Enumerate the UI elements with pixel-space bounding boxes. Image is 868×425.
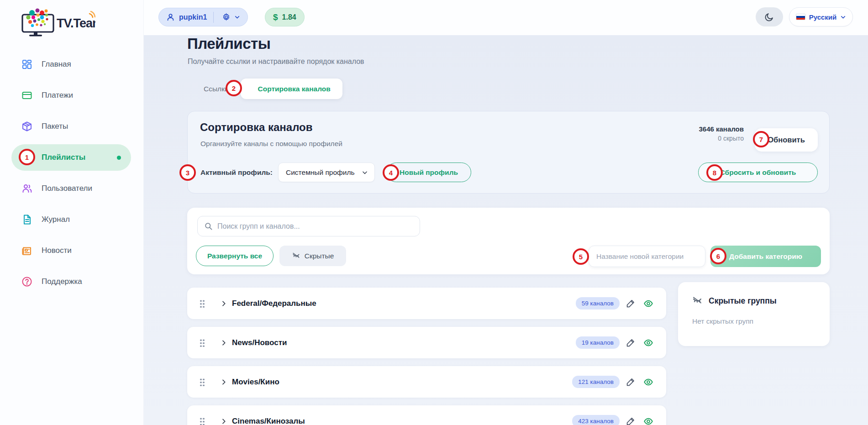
hidden-count: 0 скрыто bbox=[621, 135, 744, 142]
balance-amount: 1.84 bbox=[282, 13, 296, 21]
drag-handle-icon[interactable] bbox=[200, 378, 205, 386]
user-icon bbox=[166, 13, 175, 21]
search-icon bbox=[204, 222, 213, 231]
sidebar: TV.Team Главная Платежи Пакеты Плейлист bbox=[0, 0, 144, 425]
group-name: Federal/Федеральные bbox=[232, 299, 316, 308]
annotation-circle-1: 1 bbox=[19, 149, 35, 165]
moon-icon bbox=[764, 12, 774, 22]
sidebar-item-support[interactable]: Поддержка bbox=[11, 268, 131, 295]
dollar-icon: $ bbox=[273, 12, 278, 22]
dark-mode-toggle[interactable] bbox=[756, 7, 783, 26]
hidden-filter-button[interactable]: Скрытые bbox=[279, 246, 346, 266]
filter-card: Развернуть все Скрытые Добавить категори… bbox=[187, 208, 830, 274]
search-input[interactable] bbox=[217, 222, 413, 231]
channels-total: 3646 каналов bbox=[621, 125, 744, 133]
sidebar-item-label: Главная bbox=[42, 60, 71, 69]
sidebar-item-home[interactable]: Главная bbox=[11, 51, 131, 78]
pencil-icon bbox=[626, 299, 636, 308]
edit-group-button[interactable] bbox=[624, 415, 637, 425]
drag-handle-icon[interactable] bbox=[200, 339, 205, 347]
annotation-circle-8: 8 bbox=[706, 164, 723, 181]
sidebar-item-label: Журнал bbox=[42, 215, 70, 224]
search-box bbox=[197, 216, 420, 236]
expand-all-button[interactable]: Развернуть все bbox=[196, 246, 274, 266]
hidden-filter-label: Скрытые bbox=[305, 252, 334, 260]
hidden-groups-panel: Скрытые группы Нет скрытых групп bbox=[678, 282, 830, 346]
package-icon bbox=[21, 121, 32, 132]
tab-bar: Ссылки Сортировка каналов bbox=[197, 79, 342, 99]
newspaper-icon bbox=[21, 245, 32, 256]
toggle-visibility-button[interactable] bbox=[642, 336, 655, 350]
page-subtitle: Получайте ссылки и настраивайте порядок … bbox=[188, 58, 364, 66]
edit-group-button[interactable] bbox=[624, 375, 637, 389]
chevron-down-icon bbox=[840, 14, 846, 20]
eye-icon bbox=[643, 299, 653, 309]
sidebar-item-label: Новости bbox=[42, 246, 72, 255]
drag-handle-icon[interactable] bbox=[200, 417, 205, 425]
language-selector[interactable]: Русский bbox=[789, 7, 853, 26]
sidebar-item-users[interactable]: Пользователи bbox=[11, 175, 131, 202]
gear-icon bbox=[222, 13, 231, 21]
chevron-right-icon[interactable] bbox=[220, 300, 227, 307]
users-icon bbox=[21, 183, 32, 194]
annotation-circle-4: 4 bbox=[383, 164, 399, 181]
chevron-right-icon[interactable] bbox=[220, 378, 227, 386]
group-row[interactable]: News/Новости 19 каналов bbox=[187, 327, 666, 358]
chevron-down-icon bbox=[362, 169, 368, 176]
sidebar-item-journal[interactable]: Журнал bbox=[11, 206, 131, 233]
sidebar-item-payments[interactable]: Платежи bbox=[11, 82, 131, 109]
sidebar-item-packages[interactable]: Пакеты bbox=[11, 113, 131, 140]
eye-off-icon bbox=[692, 295, 703, 306]
settings-control[interactable] bbox=[219, 11, 243, 23]
user-menu[interactable]: pupkin1 bbox=[158, 8, 248, 26]
active-indicator-dot bbox=[117, 156, 121, 160]
channel-count-badge: 121 каналов bbox=[572, 376, 620, 388]
sorting-card: Сортировка каналов Организуйте каналы с … bbox=[187, 111, 830, 194]
sidebar-item-label: Плейлисты bbox=[42, 153, 85, 162]
toggle-visibility-button[interactable] bbox=[642, 297, 655, 310]
annotation-circle-5: 5 bbox=[573, 248, 589, 265]
sorting-card-subtitle: Организуйте каналы с помощью профилей bbox=[200, 140, 342, 148]
channel-count-badge: 423 каналов bbox=[572, 415, 620, 425]
annotation-circle-3: 3 bbox=[179, 164, 196, 181]
toggle-visibility-button[interactable] bbox=[642, 375, 655, 389]
chevron-down-icon bbox=[234, 14, 240, 20]
credit-card-icon bbox=[21, 90, 32, 101]
edit-group-button[interactable] bbox=[624, 297, 637, 310]
sidebar-item-news[interactable]: Новости bbox=[11, 237, 131, 264]
dashboard-icon bbox=[21, 59, 32, 70]
eye-icon bbox=[643, 416, 653, 425]
topbar: pupkin1 $ 1.84 Русский bbox=[144, 0, 868, 35]
drag-handle-icon[interactable] bbox=[200, 299, 205, 308]
chevron-right-icon[interactable] bbox=[220, 339, 227, 346]
pencil-icon bbox=[626, 416, 636, 425]
toggle-visibility-button[interactable] bbox=[642, 415, 655, 425]
document-icon bbox=[21, 214, 32, 225]
group-row[interactable]: Movies/Кино 121 каналов bbox=[187, 366, 666, 398]
edit-group-button[interactable] bbox=[624, 336, 637, 350]
annotation-circle-2: 2 bbox=[226, 80, 242, 96]
profile-select[interactable]: Системный профиль bbox=[278, 163, 375, 182]
hidden-groups-title: Скрытые группы bbox=[709, 296, 777, 306]
channel-count-badge: 19 каналов bbox=[576, 336, 620, 349]
group-name: Cinemas/Кинозалы bbox=[232, 417, 305, 425]
tv-icon bbox=[22, 9, 53, 37]
help-circle-icon bbox=[21, 276, 32, 287]
eye-icon bbox=[643, 377, 653, 387]
chevron-right-icon[interactable] bbox=[220, 418, 227, 425]
new-category-input[interactable] bbox=[589, 246, 705, 267]
group-row[interactable]: Federal/Федеральные 59 каналов bbox=[187, 288, 666, 319]
sidebar-item-label: Платежи bbox=[42, 91, 73, 100]
main-area: pupkin1 $ 1.84 Русский bbox=[144, 0, 868, 425]
active-profile-label: Активный профиль: bbox=[200, 168, 273, 177]
add-category-button[interactable]: Добавить категорию bbox=[710, 246, 821, 267]
annotation-circle-6: 6 bbox=[710, 248, 726, 264]
language-label: Русский bbox=[809, 13, 837, 21]
balance-button[interactable]: $ 1.84 bbox=[265, 8, 305, 26]
sidebar-item-label: Пользователи bbox=[42, 184, 92, 193]
group-row[interactable]: Cinemas/Кинозалы 423 каналов bbox=[187, 405, 666, 425]
username: pupkin1 bbox=[179, 13, 207, 21]
tab-channel-sorting[interactable]: Сортировка каналов bbox=[241, 79, 342, 99]
group-name: News/Новости bbox=[232, 338, 287, 347]
sidebar-item-label: Поддержка bbox=[42, 277, 82, 286]
